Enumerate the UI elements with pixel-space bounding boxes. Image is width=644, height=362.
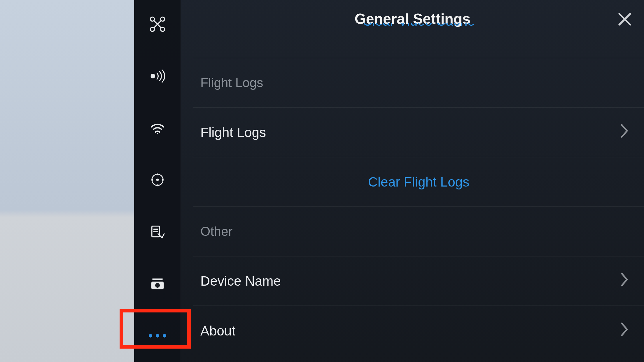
sidebar-item-gimbal[interactable] (134, 172, 181, 189)
sidebar-item-camera[interactable] (134, 275, 181, 293)
sidebar-item-transmission[interactable] (134, 120, 181, 137)
drone-icon (149, 16, 166, 34)
settings-list[interactable]: Clear Video Cache Flight Logs Flight Log… (193, 23, 644, 362)
section-title: Other (200, 224, 232, 239)
settings-sidebar (134, 0, 181, 362)
sidebar-item-aircraft[interactable] (134, 16, 181, 34)
row-label: About (200, 323, 235, 339)
chevron-right-icon (620, 123, 630, 142)
row-label: Device Name (200, 273, 281, 289)
sidebar-item-remote[interactable] (134, 68, 181, 85)
more-icon (147, 333, 168, 339)
gimbal-icon (149, 172, 166, 189)
action-label: Clear Video Cache (363, 23, 475, 29)
sidebar-item-checklist[interactable] (134, 224, 181, 241)
chevron-right-icon (620, 272, 630, 290)
wifi-icon (149, 120, 166, 137)
svg-point-19 (155, 283, 160, 288)
action-label: Clear Flight Logs (368, 174, 470, 190)
row-label: Flight Logs (200, 124, 266, 140)
settings-content: General Settings Clear Video Cache Fligh… (181, 0, 644, 362)
svg-point-7 (157, 133, 158, 134)
chevron-right-icon (620, 322, 630, 340)
camera-icon (149, 275, 166, 293)
section-header-other: Other (193, 207, 644, 256)
flight-logs-row[interactable]: Flight Logs (193, 108, 644, 157)
svg-rect-17 (153, 279, 163, 280)
checklist-icon (149, 224, 166, 241)
about-row[interactable]: About (193, 306, 644, 356)
section-title: Flight Logs (200, 75, 263, 90)
section-header-flight-logs: Flight Logs (193, 58, 644, 108)
svg-point-9 (156, 179, 159, 181)
signal-icon (149, 68, 166, 85)
svg-point-6 (150, 74, 155, 78)
sidebar-item-general[interactable] (134, 327, 181, 345)
clear-flight-logs-button[interactable]: Clear Flight Logs (193, 157, 644, 207)
clear-video-cache-button[interactable]: Clear Video Cache (193, 23, 644, 58)
device-name-row[interactable]: Device Name (193, 256, 644, 306)
